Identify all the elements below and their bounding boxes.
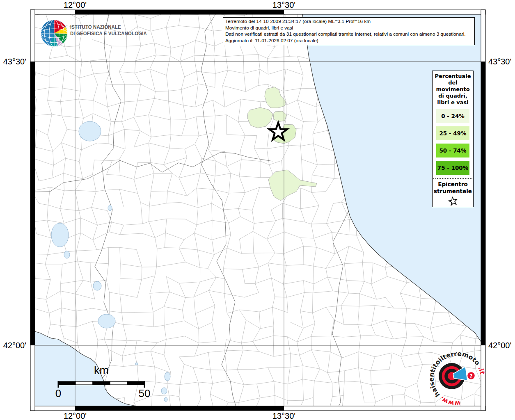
lake xyxy=(64,251,70,258)
scalebar-segment xyxy=(110,381,127,385)
scalebar-segment xyxy=(58,381,76,385)
url-www: www. xyxy=(437,388,464,414)
info-line-effect: Movimento di quadri, libri e vasi xyxy=(225,25,472,32)
lake xyxy=(165,372,170,381)
epicenter-star-icon xyxy=(448,196,458,207)
scalebar-end: 50 xyxy=(136,387,153,400)
lake xyxy=(51,223,69,247)
ingv-globe-icon xyxy=(40,17,69,49)
haisentito-bullseye-icon: ? xyxy=(438,363,475,390)
ingv-name-line2: DI GEOFISICA E VULCANOLOGIA xyxy=(70,30,147,37)
legend-class-75-100: 75 - 100% xyxy=(436,161,469,175)
scalebar-segment xyxy=(93,381,110,385)
legend-class-0-24: 0 - 24% xyxy=(436,109,469,123)
scalebar-start: 0 xyxy=(50,387,66,400)
lake xyxy=(135,363,138,365)
legend-class-25-49: 25 - 49% xyxy=(436,126,469,140)
axis-label-right-top: 43°30' xyxy=(488,57,515,66)
url-tld: .it xyxy=(475,364,488,377)
legend: Percentuale del movimento di quadri, lib… xyxy=(432,71,474,207)
lake xyxy=(98,314,115,328)
legend-class-label: 0 - 24% xyxy=(441,113,465,119)
map-canvas: 12°00' 13°30' 12°00' 13°30' 43°30' 42°00… xyxy=(0,0,515,420)
axis-label-top-right: 13°30' xyxy=(266,0,302,9)
lake xyxy=(79,121,101,141)
haisentito-logo: ? www. haisentitoilterremoto .it xyxy=(422,343,492,414)
question-mark-icon: ? xyxy=(469,373,473,379)
scalebar-unit: km xyxy=(81,364,122,377)
legend-class-50-74: 50 - 74% xyxy=(436,144,469,158)
scalebar-segment xyxy=(76,381,93,385)
axis-label-bottom-left: 12°00' xyxy=(57,411,94,420)
info-line-updated: Aggiornato il: 11-01-2026 02:07 (ora loc… xyxy=(225,38,472,44)
legend-class-label: 25 - 49% xyxy=(439,130,466,137)
legend-class-label: 75 - 100% xyxy=(437,164,469,171)
ingv-logo: ISTITUTO NAZIONALE DI GEOFISICA E VULCAN… xyxy=(40,17,163,49)
legend-title: Percentuale del movimento di quadri, lib… xyxy=(435,73,471,106)
info-line-source: Dati non verificati estratti da 31 quest… xyxy=(225,31,472,38)
axis-label-left-top: 43°30' xyxy=(1,57,26,66)
ingv-name: ISTITUTO NAZIONALE DI GEOFISICA E VULCAN… xyxy=(70,24,147,37)
lake xyxy=(108,205,112,211)
lake xyxy=(93,281,101,290)
lake xyxy=(164,397,167,402)
axis-label-bottom-right: 13°30' xyxy=(266,411,302,420)
axis-label-left-bottom: 42°00' xyxy=(1,341,26,350)
scalebar-segment xyxy=(127,381,144,385)
ingv-name-line1: ISTITUTO NAZIONALE xyxy=(70,24,147,30)
info-line-event: Terremoto del 14-10-2009 21:34:17 (ora l… xyxy=(225,18,472,25)
legend-divider xyxy=(433,178,472,179)
lake xyxy=(161,388,167,394)
legend-class-label: 50 - 74% xyxy=(439,147,466,154)
earthquake-info-box: Terremoto del 14-10-2009 21:34:17 (ora l… xyxy=(223,17,475,45)
axis-label-top-left: 12°00' xyxy=(57,0,94,9)
legend-epicenter-label: Epicentro strumentale xyxy=(433,181,472,195)
